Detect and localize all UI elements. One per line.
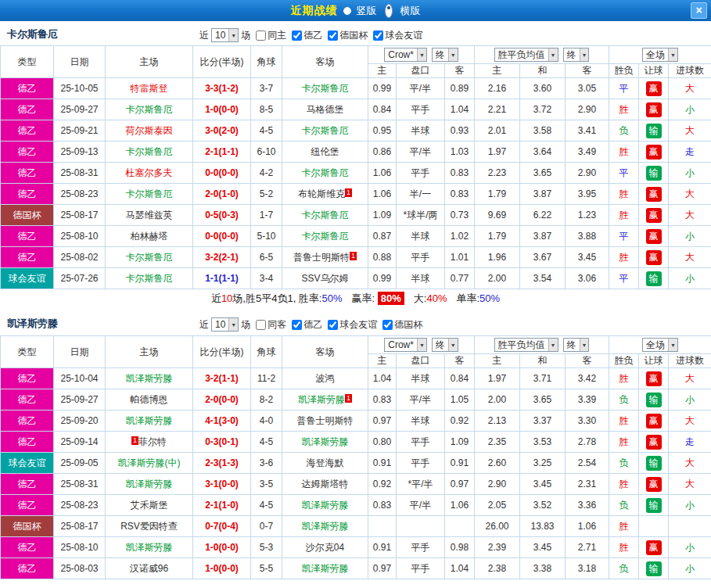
score-cell[interactable]: 0-7(0-4) [193, 516, 251, 537]
home-team-link[interactable]: 凯泽斯劳滕 [126, 373, 173, 384]
radio-vertical-icon[interactable] [343, 7, 351, 15]
home-team-link[interactable]: 柏林赫塔 [131, 231, 168, 242]
home-team-link[interactable]: 荷尔斯泰因 [126, 125, 173, 136]
recent-count-select[interactable]: 10 ▼ [211, 28, 239, 42]
close-button[interactable]: × [691, 2, 707, 19]
recent-count-select[interactable]: 10 ▼ [211, 317, 239, 332]
col-date: 日期 [54, 46, 106, 78]
home-team-link[interactable]: 卡尔斯鲁厄 [126, 252, 173, 263]
radio-vertical-label[interactable]: 竖版 [357, 4, 377, 18]
home-team-link[interactable]: 特雷斯登 [131, 83, 168, 94]
home-team-link[interactable]: 卡尔斯鲁厄 [126, 188, 173, 199]
away-team-link[interactable]: 凯泽斯劳滕 [302, 436, 349, 447]
away-team-link[interactable]: 马格德堡 [307, 104, 344, 115]
scope-select[interactable]: 全场▼ [642, 338, 678, 352]
score-cell[interactable]: 4-1(3-0) [193, 411, 251, 432]
avg-home-cell: 2.00 [475, 268, 520, 289]
score-cell[interactable]: 2-3(1-3) [193, 453, 251, 474]
league-option-3[interactable]: 球会友谊 [368, 29, 422, 42]
same-venue-option[interactable]: 同主 [250, 29, 286, 42]
score-cell[interactable]: 1-1(1-1) [193, 268, 251, 289]
league1-checkbox[interactable] [292, 30, 302, 41]
away-team-link[interactable]: 卡尔斯鲁厄 [302, 231, 349, 242]
home-team-link[interactable]: RSV爱因特查 [120, 521, 178, 532]
league2-checkbox[interactable] [328, 30, 338, 41]
league-option-1[interactable]: 德乙 [286, 318, 322, 332]
avg-time-select[interactable]: 终▼ [563, 48, 590, 62]
score-cell[interactable]: 3-0(2-0) [193, 120, 251, 142]
away-team-link[interactable]: 卡尔斯鲁厄 [302, 167, 349, 178]
same-venue-checkbox[interactable] [256, 320, 266, 330]
home-team-link[interactable]: 凯泽斯劳滕 [126, 542, 173, 553]
home-team-link[interactable]: 汉诺威96 [130, 563, 168, 574]
away-team-link[interactable]: 纽伦堡 [311, 146, 339, 157]
score-cell[interactable]: 1-0(0-0) [193, 537, 251, 558]
home-team-link[interactable]: 卡尔斯鲁厄 [126, 273, 173, 284]
score-cell[interactable]: 1-0(0-0) [193, 558, 251, 579]
away-team-link[interactable]: 凯泽斯劳滕 [302, 500, 349, 511]
scope-select[interactable]: 全场▼ [642, 48, 678, 62]
home-team-link[interactable]: 凯泽斯劳滕 [126, 415, 173, 426]
radio-horizontal-icon[interactable] [385, 4, 393, 18]
home-team-link[interactable]: 凯泽斯劳滕 [126, 479, 173, 489]
home-team-link[interactable]: 艾禾斯堡 [131, 500, 168, 511]
score-cell[interactable]: 0-5(0-3) [193, 205, 251, 226]
score-cell[interactable]: 0-3(0-1) [193, 432, 251, 453]
score-cell[interactable]: 0-0(0-0) [193, 163, 251, 184]
avg-away-cell: 3.36 [566, 495, 609, 516]
away-team-link[interactable]: 凯泽斯劳滕 [302, 563, 349, 574]
away-team-link[interactable]: 卡尔斯鲁厄 [302, 125, 349, 136]
score-cell[interactable]: 2-1(1-1) [193, 142, 251, 163]
away-team-link[interactable]: 布轮斯维克 [298, 188, 345, 199]
avg-time-select[interactable]: 终▼ [563, 338, 590, 352]
score-cell[interactable]: 1-0(0-0) [193, 99, 251, 120]
same-venue-option[interactable]: 同客 [250, 318, 286, 332]
league2-checkbox[interactable] [328, 320, 338, 330]
away-team-link[interactable]: SSV乌尔姆 [301, 273, 348, 284]
league-option-2[interactable]: 球会友谊 [322, 318, 377, 332]
avg-select[interactable]: 胜平负均值▼ [494, 48, 558, 62]
away-team-link[interactable]: 海登海默 [307, 457, 344, 468]
league-option-1[interactable]: 德乙 [286, 29, 322, 42]
bookmaker-select[interactable]: Crow*▼ [384, 338, 427, 352]
home-team-link[interactable]: 菲尔特 [138, 436, 167, 447]
away-team-link[interactable]: 普鲁士明斯特 [297, 415, 354, 426]
score-cell[interactable]: 0-0(0-0) [193, 226, 251, 247]
away-team-link[interactable]: 普鲁士明斯特 [293, 252, 350, 263]
odds-home-cell: 0.97 [368, 411, 397, 432]
away-team-link[interactable]: 凯泽斯劳滕 [302, 521, 349, 532]
odds-time-select[interactable]: 终▼ [432, 48, 458, 62]
league3-checkbox[interactable] [382, 320, 393, 330]
away-team-link[interactable]: 卡尔斯鲁厄 [302, 210, 349, 220]
odds-time-select[interactable]: 终▼ [432, 338, 458, 352]
score-cell[interactable]: 3-2(1-1) [193, 368, 251, 389]
home-team-link[interactable]: 凯泽斯劳滕(中) [118, 457, 181, 468]
home-team-link[interactable]: 杜塞尔多夫 [126, 167, 173, 178]
score-cell[interactable]: 3-1(0-0) [193, 474, 251, 495]
score-cell[interactable]: 2-0(0-0) [193, 389, 251, 411]
home-team-link[interactable]: 马瑟维兹英 [126, 210, 173, 220]
away-team-link[interactable]: 沙尔克04 [306, 542, 344, 553]
score-cell[interactable]: 2-0(1-0) [193, 184, 251, 205]
same-venue-checkbox[interactable] [256, 30, 266, 41]
avg-select[interactable]: 胜平负均值▼ [494, 338, 558, 352]
score-cell[interactable]: 2-1(1-0) [193, 495, 251, 516]
league-option-2[interactable]: 德国杯 [322, 29, 368, 42]
league3-checkbox[interactable] [373, 30, 383, 41]
handicap-cell: 半球 [397, 411, 445, 432]
score-cell[interactable]: 3-2(2-1) [193, 247, 251, 268]
home-team-link[interactable]: 卡尔斯鲁厄 [126, 146, 173, 157]
away-team-link[interactable]: 波鸿 [316, 373, 335, 384]
away-team-link[interactable]: 凯泽斯劳滕 [298, 394, 345, 405]
handicap-result-badge: 输 [646, 498, 662, 513]
bookmaker-select[interactable]: Crow*▼ [384, 48, 427, 62]
home-team-link[interactable]: 帕德博恩 [131, 394, 168, 405]
score-cell[interactable]: 3-3(1-2) [193, 78, 251, 99]
away-team-link[interactable]: 达姆斯塔特 [302, 479, 349, 489]
home-team-link[interactable]: 卡尔斯鲁厄 [126, 104, 173, 115]
league-option-3[interactable]: 德国杯 [377, 318, 422, 332]
away-team-link[interactable]: 卡尔斯鲁厄 [302, 83, 349, 94]
radio-horizontal-label[interactable]: 横版 [400, 4, 421, 18]
league1-checkbox[interactable] [292, 320, 302, 330]
match-date: 25-08-02 [54, 247, 106, 268]
